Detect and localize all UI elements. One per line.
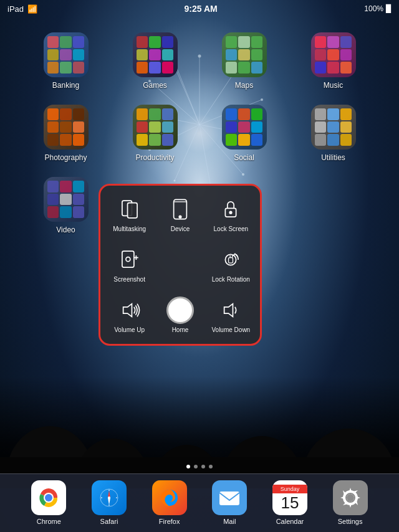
calendar-label: Calendar [276,518,304,525]
dock-firefox[interactable]: Firefox [152,480,187,525]
svg-point-31 [179,216,181,218]
app-video[interactable]: Video [25,177,107,234]
music-label: Music [324,81,343,90]
music-icon [311,32,356,77]
games-label: Games [143,81,167,90]
photography-icon [44,105,89,150]
assistive-touch-popup: Multitasking Device Lock Screen [99,184,262,346]
utilities-label: Utilities [321,153,345,162]
svg-point-59 [166,495,173,501]
volume-up-icon [116,297,143,324]
dock: Chrome Safari [0,473,399,532]
assistive-device[interactable]: Device [156,191,204,239]
page-dots [0,465,399,468]
video-label: Video [56,226,75,234]
screenshot-label: Screenshot [113,276,145,283]
app-photography[interactable]: Photography [25,105,107,162]
home-circle [166,297,194,324]
calendar-app-icon: Sunday 15 [272,480,307,515]
svg-point-34 [230,212,232,214]
dock-calendar[interactable]: Sunday 15 Calendar [272,480,307,525]
svg-marker-43 [123,303,132,316]
home-label: Home [172,326,189,334]
device-label: iPad [7,4,24,14]
lock-rotation-icon [217,246,244,273]
status-left: iPad 📶 [7,4,37,14]
assistive-lock-screen[interactable]: Lock Screen [207,191,255,239]
dock-mail[interactable]: Mail [212,480,247,525]
chrome-label: Chrome [37,518,61,525]
app-maps[interactable]: Maps [203,32,285,90]
app-social[interactable]: Social [203,105,285,162]
app-banking[interactable]: Banking [25,32,107,90]
tree-silhouettes [0,376,399,488]
photography-label: Photography [44,153,87,162]
status-right: 100% ▉ [364,4,392,13]
svg-point-63 [347,494,354,501]
svg-rect-35 [122,251,134,267]
firefox-app-icon [152,480,187,515]
svg-point-39 [226,254,236,265]
assistive-screenshot[interactable]: Screenshot [105,241,153,289]
volume-up-label: Volume Up [114,326,145,334]
dock-settings[interactable]: Settings [333,480,368,525]
safari-app-icon [92,480,127,515]
firefox-svg [157,485,182,510]
banking-label: Banking [52,81,79,90]
wifi-icon: 📶 [27,4,37,14]
svg-point-36 [126,257,130,262]
page-dot-2[interactable] [201,465,205,468]
status-bar: iPad 📶 9:25 AM 100% ▉ [0,0,399,17]
calendar-date: 15 [281,495,299,511]
maps-icon [222,32,267,77]
maps-label: Maps [235,81,253,90]
svg-rect-29 [127,203,137,218]
volume-down-icon [217,297,244,324]
social-label: Social [234,153,254,162]
screenshot-icon [116,246,143,273]
assistive-volume-up[interactable]: Volume Up [105,291,153,339]
svg-rect-60 [219,492,239,505]
assistive-home[interactable]: Home [156,291,204,339]
app-productivity[interactable]: Productivity [114,105,196,162]
battery-icon: ▉ [386,4,392,13]
app-utilities[interactable]: Utilities [292,105,374,162]
settings-label: Settings [338,518,363,525]
productivity-icon [133,105,178,150]
lock-screen-label: Lock Screen [214,226,249,233]
assistive-lock-rotation[interactable]: Lock Rotation [207,241,255,289]
page-dot-3[interactable] [209,465,213,468]
safari-label: Safari [100,518,118,525]
svg-rect-40 [229,258,233,264]
dock-safari[interactable]: Safari [92,480,127,525]
chrome-app-icon [31,480,66,515]
svg-point-48 [45,494,52,501]
firefox-label: Firefox [159,518,180,525]
mail-app-icon [212,480,247,515]
device-icon [166,196,194,223]
svg-marker-44 [224,303,233,316]
banking-icon [44,32,89,77]
status-time: 9:25 AM [185,4,218,14]
home-icon [166,297,194,324]
assistive-volume-down[interactable]: Volume Down [207,291,255,339]
safari-svg [97,485,122,510]
mail-svg [217,485,242,510]
social-icon [222,105,267,150]
app-games[interactable]: Games [114,32,196,90]
app-music[interactable]: Music [292,32,374,90]
svg-point-53 [108,496,110,499]
video-icon [44,177,89,222]
assistive-multitasking[interactable]: Multitasking [105,191,153,239]
page-dot-0[interactable] [186,465,190,468]
dock-chrome[interactable]: Chrome [31,480,66,525]
productivity-label: Productivity [135,153,174,162]
page-dot-1[interactable] [194,465,198,468]
assistive-empty [156,241,204,289]
calendar-day: Sunday [272,485,307,493]
chrome-svg [36,485,61,510]
games-icon [133,32,178,77]
settings-app-icon [333,480,368,515]
trees-svg [0,376,399,488]
volume-down-label: Volume Down [211,326,250,334]
